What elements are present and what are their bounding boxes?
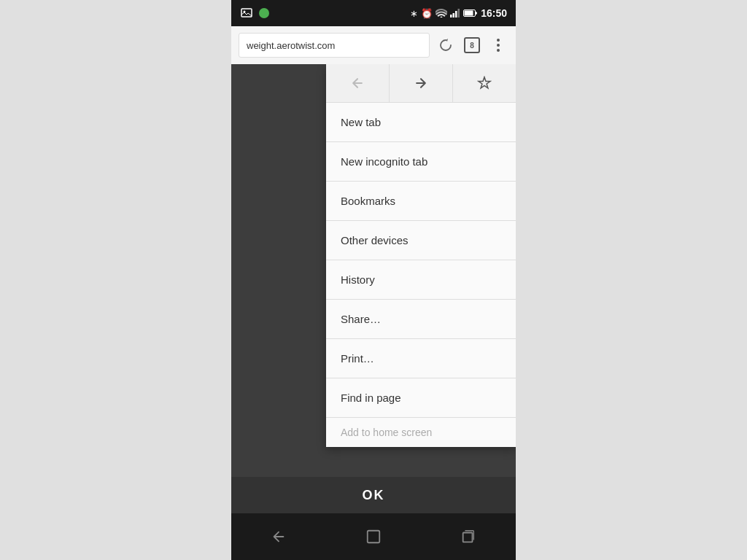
battery-icon xyxy=(463,9,478,18)
bluetooth-icon: ∗ xyxy=(410,8,418,19)
bookmark-button[interactable] xyxy=(453,64,516,102)
menu-item-print-label: Print… xyxy=(341,352,374,365)
menu-item-bookmarks[interactable]: Bookmarks xyxy=(326,182,516,221)
svg-rect-2 xyxy=(450,15,452,18)
browser-bar: weight.aerotwist.com 8 xyxy=(231,26,516,64)
svg-rect-12 xyxy=(463,533,473,542)
menu-item-print[interactable]: Print… xyxy=(326,339,516,378)
wifi-icon xyxy=(436,9,447,18)
menu-item-find-in-page[interactable]: Find in page xyxy=(326,378,516,418)
menu-item-new-tab[interactable]: New tab xyxy=(326,103,516,142)
menu-item-bookmarks-label: Bookmarks xyxy=(341,195,395,207)
svg-rect-7 xyxy=(465,11,473,16)
android-nav-bar xyxy=(231,513,516,560)
phone-frame: ∗ ⏰ 16:50 xyxy=(231,0,516,560)
svg-point-8 xyxy=(497,39,500,42)
ok-text: OK xyxy=(363,488,385,503)
back-button[interactable] xyxy=(326,64,390,102)
tabs-button[interactable]: 8 xyxy=(462,35,482,55)
menu-item-other-devices-label: Other devices xyxy=(341,234,409,246)
menu-nav-row xyxy=(326,64,516,103)
menu-item-share-label: Share… xyxy=(341,313,381,325)
refresh-button[interactable] xyxy=(436,35,456,55)
menu-item-add-to-home-label: Add to home screen xyxy=(341,427,432,438)
url-text: weight.aerotwist.com xyxy=(247,40,422,51)
android-recents-button[interactable] xyxy=(450,518,487,555)
menu-item-other-devices[interactable]: Other devices xyxy=(326,221,516,260)
tabs-count-badge: 8 xyxy=(464,37,480,53)
menu-item-new-incognito-tab-label: New incognito tab xyxy=(341,155,427,168)
signal-icon xyxy=(450,9,460,18)
android-back-button[interactable] xyxy=(260,518,297,555)
image-icon xyxy=(240,7,253,20)
url-bar[interactable]: weight.aerotwist.com xyxy=(239,33,430,58)
mic-indicator xyxy=(258,7,271,20)
svg-point-9 xyxy=(497,44,500,47)
menu-item-history[interactable]: History xyxy=(326,260,516,300)
browser-menu-button[interactable] xyxy=(488,35,508,55)
menu-item-add-to-home[interactable]: Add to home screen xyxy=(326,418,516,447)
menu-item-history-label: History xyxy=(341,273,375,286)
status-bar: ∗ ⏰ 16:50 xyxy=(231,0,516,26)
svg-point-10 xyxy=(497,49,500,52)
status-right: ∗ ⏰ 16:50 xyxy=(410,7,507,19)
status-left xyxy=(240,7,271,20)
menu-item-new-incognito-tab[interactable]: New incognito tab xyxy=(326,142,516,182)
menu-item-find-in-page-label: Find in page xyxy=(341,392,401,404)
svg-rect-0 xyxy=(241,9,252,17)
dropdown-menu: New tab New incognito tab Bookmarks Othe… xyxy=(326,64,516,447)
svg-rect-5 xyxy=(458,9,460,18)
forward-button[interactable] xyxy=(390,64,453,102)
menu-item-new-tab-label: New tab xyxy=(341,116,381,128)
ok-overlay: OK xyxy=(231,477,516,513)
alarm-icon: ⏰ xyxy=(421,8,433,19)
svg-rect-11 xyxy=(368,531,380,543)
main-content: HE TO BEGI YOU A F OK xyxy=(231,64,516,513)
svg-rect-3 xyxy=(453,13,455,18)
android-home-button[interactable] xyxy=(355,518,392,555)
time-display: 16:50 xyxy=(481,7,507,19)
menu-item-share[interactable]: Share… xyxy=(326,300,516,339)
svg-rect-4 xyxy=(455,11,457,18)
